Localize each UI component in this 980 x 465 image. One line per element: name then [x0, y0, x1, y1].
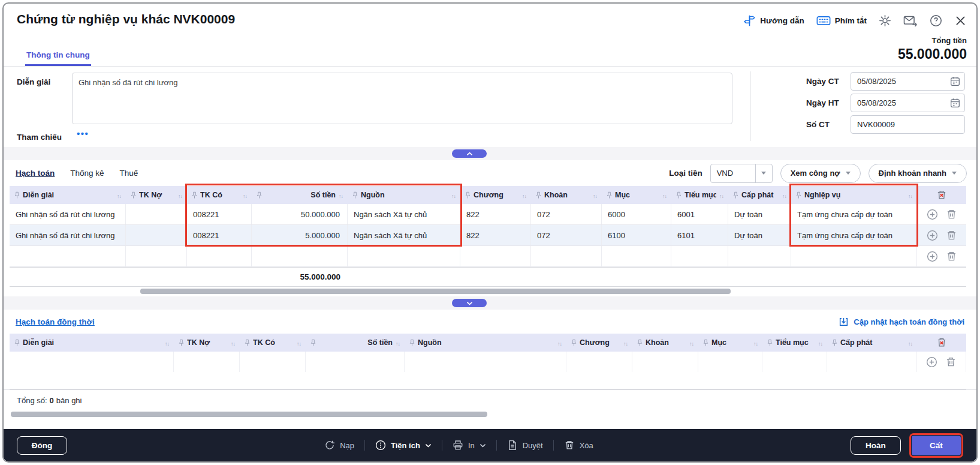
cell[interactable] [698, 352, 762, 372]
delete-all-icon[interactable] [936, 337, 947, 348]
col-cap-phat[interactable]: Cấp phát [728, 186, 791, 204]
cell[interactable] [791, 246, 917, 266]
col-tieu-muc[interactable]: Tiểu mục [671, 186, 728, 204]
cell[interactable] [671, 246, 728, 266]
help-icon[interactable] [930, 14, 942, 27]
cell-tk-no[interactable] [126, 225, 187, 245]
cell-tk-co[interactable]: 008221 [187, 204, 252, 224]
calendar-icon[interactable] [950, 76, 960, 86]
tab-thong-tin-chung[interactable]: Thông tin chung [25, 50, 91, 66]
delete-row-icon[interactable] [946, 251, 957, 262]
col-chuong[interactable]: Chương [460, 186, 531, 204]
cell[interactable] [306, 352, 405, 372]
cell-dien-giai[interactable]: Ghi nhận số đã rút chi lương [10, 225, 126, 245]
cell-tieu-muc[interactable]: 6101 [671, 225, 728, 245]
calendar-icon[interactable] [950, 98, 960, 108]
cell-muc[interactable]: 6000 [602, 204, 671, 224]
description-textarea[interactable]: Ghi nhận số đã rút chi lương [72, 73, 732, 124]
collapse-button[interactable] [452, 149, 487, 158]
cell[interactable] [10, 246, 126, 266]
col-khoan[interactable]: Khoản [632, 334, 698, 352]
post-date-input[interactable] [851, 94, 965, 112]
doc-no-input[interactable] [851, 115, 965, 134]
col-muc[interactable]: Mục [602, 186, 671, 204]
cell[interactable] [827, 352, 917, 372]
cell[interactable] [531, 246, 602, 266]
col-so-tien[interactable]: Số tiền [306, 334, 405, 352]
close-icon[interactable] [954, 14, 967, 27]
doc-date-input[interactable] [851, 72, 965, 91]
utilities-button[interactable]: Tiện ích [375, 440, 432, 451]
cell-nguon[interactable]: Ngân sách Xã tự chủ [348, 204, 460, 224]
cell-so-tien[interactable]: 50.000.000 [252, 204, 348, 224]
add-row-icon[interactable] [927, 230, 938, 241]
reload-button[interactable]: Nạp [324, 440, 354, 451]
col-tieu-muc[interactable]: Tiểu mục [762, 334, 827, 352]
delete-button[interactable]: Xóa [564, 440, 593, 451]
add-row-icon[interactable] [927, 209, 938, 220]
col-dien-giai[interactable]: Diễn giải [10, 334, 174, 352]
cell-chuong[interactable]: 822 [460, 204, 531, 224]
col-muc[interactable]: Mục [698, 334, 762, 352]
horizontal-scrollbar[interactable] [10, 287, 966, 296]
cell[interactable] [566, 352, 632, 372]
delete-all-icon[interactable] [936, 190, 947, 200]
col-dien-giai[interactable]: Diễn giải [10, 186, 126, 204]
cell[interactable] [602, 246, 671, 266]
cell[interactable] [10, 352, 174, 372]
settings-gear-icon[interactable] [879, 14, 891, 27]
delete-row-icon[interactable] [946, 209, 957, 220]
col-nguon[interactable]: Nguồn [348, 186, 460, 204]
cell-cap-phat[interactable]: Dự toán [728, 204, 791, 224]
cell-tk-no[interactable] [126, 204, 187, 224]
col-nghiep-vu[interactable]: Nghiệp vụ [791, 186, 917, 204]
simultaneous-accounting-link[interactable]: Hạch toán đồng thời [16, 317, 95, 326]
cell[interactable] [405, 352, 566, 372]
cell[interactable] [252, 246, 348, 266]
reference-more-button[interactable]: ••• [77, 128, 89, 139]
guide-button[interactable]: Hướng dẫn [743, 14, 804, 27]
cell-khoan[interactable]: 072 [531, 225, 602, 245]
col-tk-co[interactable]: TK Có [240, 334, 306, 352]
delete-row-icon[interactable] [946, 230, 957, 241]
col-chuong[interactable]: Chương [566, 334, 632, 352]
cell-tieu-muc[interactable]: 6001 [671, 204, 728, 224]
col-tk-co[interactable]: TK Có [187, 186, 252, 204]
cell[interactable] [240, 352, 306, 372]
view-debt-button[interactable]: Xem công nợ [780, 164, 861, 183]
save-button[interactable]: Cất [912, 436, 961, 455]
cell-nghiep-vu[interactable]: Tạm ứng chưa cấp dự toán [791, 225, 917, 245]
delete-row-icon[interactable] [945, 356, 957, 368]
tab-hach-toan[interactable]: Hạch toán [16, 169, 55, 178]
col-so-tien[interactable]: Số tiền [252, 186, 348, 204]
cell-muc[interactable]: 6100 [602, 225, 671, 245]
cell[interactable] [762, 352, 827, 372]
scrollbar-thumb[interactable] [140, 289, 731, 294]
expand-button[interactable] [452, 299, 487, 307]
cell-tk-co[interactable]: 008221 [187, 225, 252, 245]
col-tk-no[interactable]: TK Nợ [174, 334, 240, 352]
col-tk-no[interactable]: TK Nợ [126, 186, 187, 204]
cell[interactable] [348, 246, 460, 266]
cell-so-tien[interactable]: 5.000.000 [252, 225, 348, 245]
close-button[interactable]: Đóng [17, 436, 67, 455]
cell[interactable] [632, 352, 698, 372]
cell-cap-phat[interactable]: Dự toán [728, 225, 791, 245]
col-cap-phat[interactable]: Cấp phát [827, 334, 917, 352]
quick-entry-button[interactable]: Định khoản nhanh [869, 164, 967, 183]
add-row-icon[interactable] [926, 356, 937, 368]
add-row-icon[interactable] [927, 251, 938, 262]
cell-nghiep-vu[interactable]: Tạm ứng chưa cấp dự toán [791, 204, 917, 224]
cell-dien-giai[interactable]: Ghi nhận số đã rút chi lương [10, 204, 126, 224]
cell-chuong[interactable]: 822 [460, 225, 531, 245]
cell-nguon[interactable]: Ngân sách Xã tự chủ [348, 225, 460, 245]
tab-thong-ke[interactable]: Thống kê [70, 169, 104, 178]
cell[interactable] [174, 352, 240, 372]
undo-button[interactable]: Hoàn [851, 436, 901, 455]
update-simultaneous-button[interactable]: Cập nhật hạch toán đồng thời [839, 317, 964, 327]
tab-thue[interactable]: Thuế [120, 169, 138, 178]
cell-khoan[interactable]: 072 [531, 204, 602, 224]
cell[interactable] [126, 246, 187, 266]
col-khoan[interactable]: Khoản [531, 186, 602, 204]
approve-button[interactable]: Duyệt [507, 440, 543, 451]
